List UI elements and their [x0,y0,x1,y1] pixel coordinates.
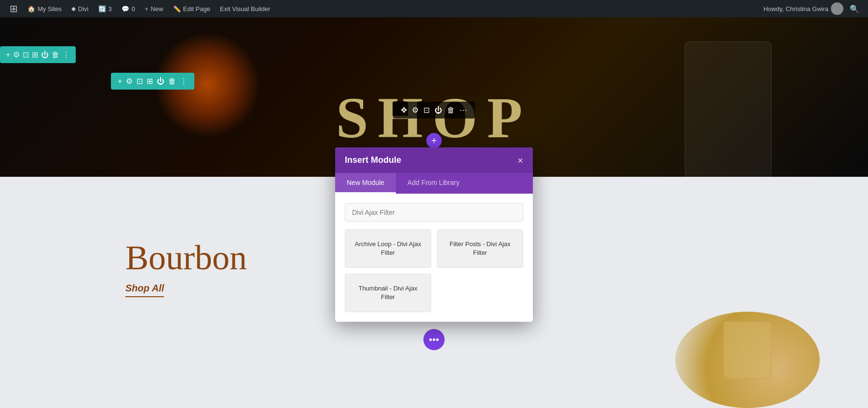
divi-icon: ◆ [71,5,76,12]
comments-item[interactable]: 💬 0 [117,0,140,17]
bottom-dots-button[interactable]: ••• [423,329,445,350]
layout-mid-icon[interactable]: ⊡ [136,77,143,86]
power-row-icon[interactable]: ⏻ [41,51,49,59]
tab-new-module-label: New Module [347,179,384,186]
divi-item[interactable]: ◆ Divi [67,0,94,17]
more-row-icon[interactable]: ⋮ [62,50,70,59]
row-toolbar-top: + ⚙ ⊡ ⊞ ⏻ 🗑 ⋮ [0,46,76,63]
more-mid-icon[interactable]: ⋮ [180,77,188,86]
delete-row-icon[interactable]: 🗑 [52,51,59,59]
module-card-filter-posts[interactable]: Filter Posts - Divi Ajax Filter [437,229,523,268]
columns-mid-icon[interactable]: ⊞ [147,77,153,86]
home-icon: 🏠 [27,5,35,13]
page-content: SHOP Bourbon Shop All + ⚙ ⊡ ⊞ ⏻ 🗑 ⋮ + ⚙ … [0,17,868,408]
shop-all-underline [125,296,164,297]
tab-new-module[interactable]: New Module [335,173,396,194]
comment-icon: 💬 [122,5,129,13]
module-thumbnail-label: Thumbnail - Divi Ajax Filter [352,284,424,302]
tab-add-from-library-label: Add From Library [407,179,460,186]
whisky-glass-decoration [723,321,772,379]
settings-module-icon[interactable]: ⚙ [412,105,419,115]
layout-module-icon[interactable]: ⊡ [423,105,430,115]
more-module-icon[interactable]: ⋯ [460,105,467,115]
module-card-archive-loop[interactable]: Archive Loop - Divi Ajax Filter [345,229,431,268]
module-filter-posts-label: Filter Posts - Divi Ajax Filter [444,240,516,257]
module-card-thumbnail[interactable]: Thumbnail - Divi Ajax Filter [345,274,431,312]
shop-all-link[interactable]: Shop All [125,283,247,294]
refresh-icon: 🔄 [98,5,106,13]
dialog-close-button[interactable]: × [517,156,523,165]
new-item[interactable]: + New [140,0,168,17]
dialog-header: Insert Module × [335,147,533,173]
howdy-text: Howdy, Christina Gwira [763,5,828,13]
edit-page-label: Edit Page [183,5,210,13]
avatar[interactable] [831,2,843,15]
admin-bar: ⊞ 🏠 My Sites ◆ Divi 🔄 3 💬 0 + New ✏️ Edi… [0,0,868,17]
my-sites-item[interactable]: 🏠 My Sites [23,0,67,17]
glass-decoration [685,41,772,186]
comments-count: 0 [132,5,135,13]
columns-row-icon[interactable]: ⊞ [32,50,38,59]
add-row-icon[interactable]: + [6,51,10,59]
pencil-icon: ✏️ [173,5,181,13]
move-module-icon[interactable]: ✥ [401,105,407,115]
dialog-title: Insert Module [345,155,401,165]
modules-grid: Archive Loop - Divi Ajax Filter Filter P… [345,229,523,312]
divi-label: Divi [78,5,89,13]
row-toolbar-mid: + ⚙ ⊡ ⊞ ⏻ 🗑 ⋮ [111,73,194,90]
power-mid-icon[interactable]: ⏻ [157,77,164,86]
module-archive-loop-label: Archive Loop - Divi Ajax Filter [352,240,424,257]
layout-row-icon[interactable]: ⊡ [23,50,29,59]
add-mid-icon[interactable]: + [118,77,122,86]
module-search-input[interactable] [345,203,523,222]
dialog-body: Archive Loop - Divi Ajax Filter Filter P… [335,194,533,322]
updates-item[interactable]: 🔄 3 [94,0,117,17]
new-icon: + [145,5,149,13]
settings-mid-icon[interactable]: ⚙ [126,77,133,86]
settings-row-icon[interactable]: ⚙ [13,50,20,59]
wp-logo-item[interactable]: ⊞ [5,0,23,17]
insert-module-dialog: Insert Module × New Module Add From Libr… [335,147,533,322]
delete-module-icon[interactable]: 🗑 [447,106,455,115]
search-icon[interactable]: 🔍 [846,4,863,13]
wp-logo-icon: ⊞ [10,3,18,14]
exit-builder-label: Exit Visual Builder [220,5,271,13]
edit-page-item[interactable]: ✏️ Edit Page [168,0,215,17]
dots-icon: ••• [429,334,439,345]
tab-add-from-library[interactable]: Add From Library [396,173,471,194]
module-toolbar: ✥ ⚙ ⊡ ⏻ 🗑 ⋯ [393,102,475,118]
add-module-button[interactable]: + [426,133,442,148]
new-label: New [151,5,163,13]
dialog-tabs: New Module Add From Library [335,173,533,194]
my-sites-label: My Sites [38,5,62,13]
power-module-icon[interactable]: ⏻ [434,106,442,115]
exit-builder-item[interactable]: Exit Visual Builder [215,0,275,17]
bourbon-area: Bourbon Shop All [125,238,247,297]
bourbon-title: Bourbon [125,238,247,278]
adminbar-right: Howdy, Christina Gwira 🔍 [763,2,863,15]
updates-count: 3 [108,5,112,13]
delete-mid-icon[interactable]: 🗑 [168,77,176,86]
